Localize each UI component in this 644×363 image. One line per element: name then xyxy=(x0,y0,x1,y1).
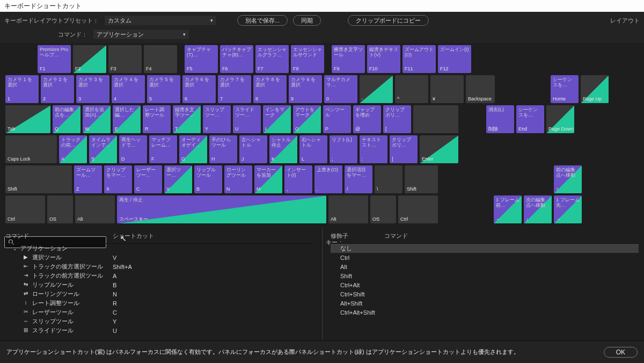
key-:[interactable]: テキストスト…: xyxy=(360,135,387,163)
key-.[interactable]: 上書き(O). xyxy=(314,165,342,193)
key-Enter[interactable]: Enter xyxy=(420,135,458,163)
modifier-row[interactable]: Alt+Shift xyxy=(331,299,639,308)
key-Alt[interactable]: Alt xyxy=(75,195,115,223)
key-L[interactable]: 右へシャトルL xyxy=(299,135,327,163)
key-blank[interactable] xyxy=(413,105,458,133)
key-Y[interactable]: スリップツー…Y xyxy=(203,105,231,133)
key-→[interactable]: 1 フレーム先…→ xyxy=(554,195,582,223)
key-F[interactable]: マッチフレーム…F xyxy=(149,135,177,163)
key-M[interactable]: マーカーを追加M xyxy=(254,165,282,193)
tree-root-application[interactable]: ⌄ アプリケーション xyxy=(5,244,313,253)
key-][interactable]: クリップボリ…] xyxy=(390,135,418,163)
key-P[interactable]: ペンツールP xyxy=(323,105,351,133)
key-7[interactable]: カメラ 7 を選択7 xyxy=(218,75,251,103)
key-0[interactable]: マルチカメラ…0 xyxy=(324,75,357,103)
key-/[interactable]: 選択項目をマー…/ xyxy=(345,165,372,193)
key-F5[interactable]: キャプチャ(T)…F5 xyxy=(185,45,218,73)
key-Ctrl[interactable]: Ctrl xyxy=(5,195,45,223)
key-F12[interactable]: ズームイン(I)F12 xyxy=(438,45,471,73)
key-F2[interactable]: F2 xyxy=(73,45,106,73)
key-3[interactable]: カメラ 3 を選択3 xyxy=(76,75,109,103)
pane-divider[interactable] xyxy=(321,228,324,339)
key-Z[interactable]: ズームツール…Z xyxy=(74,165,102,193)
modifier-row[interactable]: Ctrl+Alt+Shift xyxy=(331,308,639,317)
key-F7[interactable]: エッセンシャルグラフ…F7 xyxy=(255,45,289,73)
command-row[interactable]: ↕レート調整ツールR xyxy=(5,299,313,308)
modifier-row[interactable]: Ctrl+Shift xyxy=(331,289,639,299)
key-↑[interactable]: 前の編集点へ移動↑ xyxy=(554,165,582,193)
key-F9[interactable]: 横書き文字ツールF9 xyxy=(332,45,365,73)
key-D[interactable]: 再生ヘッドで…D xyxy=(119,135,147,163)
key-OS[interactable]: OS xyxy=(370,195,396,223)
command-row[interactable]: ↔スリップツールY xyxy=(5,317,313,326)
key-S[interactable]: タイムラインで…S xyxy=(89,135,117,163)
key-G[interactable]: オーディオゲイ…G xyxy=(179,135,207,163)
key-@[interactable]: ギャップを埋め@ xyxy=(353,105,381,133)
modifier-row[interactable]: Alt xyxy=(331,262,639,271)
key-E[interactable]: 選択した編…E xyxy=(113,105,141,133)
key-↓[interactable]: 次の編集点へ移動↓ xyxy=(524,195,552,223)
key-1[interactable]: カメラ 1 を選択1 xyxy=(5,75,39,103)
sync-button[interactable]: 同期 xyxy=(293,15,321,26)
key-I[interactable]: インをマークI xyxy=(263,105,291,133)
key-Page Up[interactable]: Page Up xyxy=(581,75,609,103)
key-スペースキー[interactable]: 再生 / 停止スペースキー xyxy=(117,195,326,223)
key-F8[interactable]: エッセンシャルサウンドF8 xyxy=(291,45,324,73)
key-C[interactable]: レーザーツー…C xyxy=(134,165,162,193)
key--[interactable]: - xyxy=(360,75,393,103)
key-A[interactable]: トラックの前…A xyxy=(59,135,87,163)
key-T[interactable]: 縦書き文字ツー…T xyxy=(173,105,201,133)
key-F10[interactable]: 縦書きテキスト(V)F10 xyxy=(367,45,400,73)
modifier-row[interactable]: Shift xyxy=(331,271,639,280)
key-J[interactable]: 左へシャトルJ xyxy=(239,135,267,163)
key-H[interactable]: 手のひらツールH xyxy=(209,135,237,163)
key-B[interactable]: リップルツールB xyxy=(194,165,222,193)
key-Home[interactable]: シーケンスを…Home xyxy=(551,75,579,103)
key-Shift[interactable]: Shift xyxy=(405,165,438,193)
command-row[interactable]: ⊞スライドツールU xyxy=(5,326,313,335)
key-6[interactable]: カメラ 6 を選択6 xyxy=(182,75,216,103)
key-;[interactable]: リフト(L); xyxy=(330,135,357,163)
key-O[interactable]: アウトをマークO xyxy=(293,105,321,133)
key-U[interactable]: スライドツー…U xyxy=(233,105,261,133)
key-,[interactable]: インサート(I), xyxy=(284,165,312,193)
key-Backspace[interactable]: Backspace xyxy=(466,75,495,103)
key-F4[interactable]: F4 xyxy=(144,45,177,73)
key-R[interactable]: レート調整ツールR xyxy=(143,105,171,133)
command-row[interactable]: ▶選択ツールV xyxy=(5,253,313,262)
command-row[interactable]: ⇆リップルツールB xyxy=(5,280,313,289)
preset-select[interactable]: カスタム ▾ xyxy=(104,15,217,26)
key-Caps Lock[interactable]: Caps Lock xyxy=(5,135,57,163)
key-W[interactable]: 選択を追加(A)…W xyxy=(83,105,111,133)
modifier-row[interactable]: なし xyxy=(331,244,639,253)
key-Ctrl[interactable]: Ctrl xyxy=(398,195,438,223)
command-select[interactable]: アプリケーション ▾ xyxy=(93,29,189,40)
key-V[interactable]: 選択ツー…V xyxy=(164,165,192,193)
key-Shift[interactable]: Shift xyxy=(5,165,72,193)
key-←[interactable]: 1 フレーム前…← xyxy=(494,195,522,223)
key-8[interactable]: カメラ 8 を選択8 xyxy=(253,75,287,103)
key-K[interactable]: シャトル停止K xyxy=(269,135,297,163)
key-F11[interactable]: ズームアウト(O)F11 xyxy=(402,45,436,73)
key-削除[interactable]: 消去(L)削除 xyxy=(486,105,514,133)
key-F1[interactable]: Premiere Pro ヘルプ…F1 xyxy=(38,45,71,73)
key-[[interactable]: クリップボリ…[ xyxy=(383,105,411,133)
key-Alt[interactable]: Alt xyxy=(328,195,368,223)
key-2[interactable]: カメラ 2 を選択2 xyxy=(41,75,74,103)
command-row[interactable]: ⇄ローリングツールN xyxy=(5,289,313,299)
key-End[interactable]: シーケンスを…End xyxy=(516,105,544,133)
key-F6[interactable]: バッチキャプチャ(B)…F6 xyxy=(220,45,253,73)
copy-to-clipboard-button[interactable]: クリップボードにコピー xyxy=(348,15,429,26)
command-row[interactable]: ✂レーザーツールC xyxy=(5,308,313,317)
command-row[interactable]: ⇤トラックの後方選択ツールShift+A xyxy=(5,262,313,271)
key-4[interactable]: カメラ 4 を選択4 xyxy=(112,75,145,103)
key-Tab[interactable]: Tab xyxy=(5,105,50,133)
key-\[interactable]: \ xyxy=(375,165,402,193)
ok-button[interactable]: OK xyxy=(604,347,638,358)
key-9[interactable]: カメラ 9 を選択9 xyxy=(289,75,322,103)
key-^[interactable]: ^ xyxy=(395,75,428,103)
modifier-row[interactable]: Ctrl xyxy=(331,253,639,262)
save-as-button[interactable]: 別名で保存... xyxy=(237,15,288,26)
key-F3[interactable]: F3 xyxy=(108,45,142,73)
key-5[interactable]: カメラ 5 を選択5 xyxy=(147,75,180,103)
